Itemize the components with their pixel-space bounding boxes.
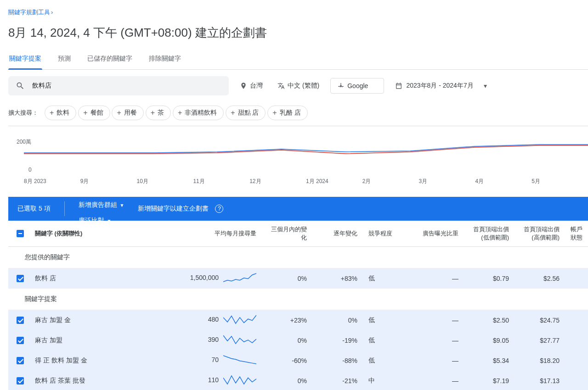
cell-yoy: +83% bbox=[312, 268, 363, 289]
dropdown-icon: ▼ bbox=[107, 218, 112, 223]
cell-3m: 0% bbox=[262, 268, 312, 289]
select-all-checkbox[interactable] bbox=[17, 230, 24, 237]
cell-bid-hi: $18.20 bbox=[514, 351, 565, 371]
cell-yoy: -88% bbox=[312, 351, 363, 371]
broaden-pill[interactable]: +非酒精飲料 bbox=[173, 106, 224, 120]
col-3month[interactable]: 三個月內的變化 bbox=[262, 221, 312, 247]
plus-icon: + bbox=[151, 109, 155, 117]
selection-toolbar: 已選取 5 項 企劃書 ▼新增廣告群組 ▼廣泛比對 ▼ 新增關鍵字以建立企劃書 … bbox=[8, 197, 588, 221]
row-checkbox[interactable] bbox=[17, 377, 24, 384]
language-filter[interactable]: 中文 (繁體) bbox=[274, 79, 323, 93]
breadcrumb[interactable]: 關鍵字規劃工具› bbox=[8, 8, 588, 17]
plus-icon: + bbox=[178, 109, 182, 117]
cell-bid-hi: $2.56 bbox=[514, 268, 565, 289]
cell-3m: 0% bbox=[262, 371, 312, 390]
broaden-pill[interactable]: +飲料 bbox=[45, 106, 76, 120]
table-row: 麻古 加盟3900%-19%低—$9.05$27.77 bbox=[8, 330, 588, 351]
col-competition[interactable]: 競爭程度 bbox=[363, 221, 413, 247]
dropdown-icon: ▼ bbox=[120, 203, 124, 208]
search-input-wrapper[interactable] bbox=[8, 76, 229, 95]
cell-bid-lo: $9.05 bbox=[464, 330, 514, 351]
col-avg[interactable]: 平均每月搜尋量 bbox=[176, 221, 262, 247]
date-range-label: 2023年8月 - 2024年7月 bbox=[406, 82, 473, 90]
page-title: 8月 14, 2024, 4 下午 (GMT+08:00) 建立的企劃書 bbox=[8, 25, 588, 41]
language-label: 中文 (繁體) bbox=[288, 82, 319, 90]
sparkline bbox=[223, 355, 256, 366]
tab-2[interactable]: 已儲存的關鍵字 bbox=[86, 50, 133, 69]
plus-icon: + bbox=[117, 109, 121, 117]
sparkline bbox=[223, 273, 256, 284]
dropdown-icon: ▾ bbox=[484, 82, 487, 89]
xaxis-label: 5月 bbox=[531, 178, 588, 185]
location-filter[interactable]: 台灣 bbox=[236, 79, 266, 93]
trend-chart bbox=[24, 138, 588, 175]
broaden-pill[interactable]: +餐館 bbox=[78, 106, 110, 120]
cell-bid-lo: $7.19 bbox=[464, 371, 514, 390]
cell-avg: 70 bbox=[176, 351, 262, 371]
toolbar-action[interactable]: 廣泛比對 ▼ bbox=[79, 217, 124, 225]
row-checkbox[interactable] bbox=[17, 317, 24, 324]
section-header: 關鍵字提案 bbox=[8, 289, 588, 310]
cell-bid-hi: $17.13 bbox=[514, 371, 565, 390]
cell-imp: — bbox=[413, 330, 464, 351]
cell-comp: 低 bbox=[363, 268, 413, 289]
col-impression[interactable]: 廣告曝光比重 bbox=[413, 221, 464, 247]
table-row: 飲料 店 茶葉 批發1100%-21%中—$7.19$17.13 bbox=[8, 371, 588, 390]
tab-1[interactable]: 預測 bbox=[57, 50, 72, 69]
cell-imp: — bbox=[413, 310, 464, 330]
cell-3m: 0% bbox=[262, 330, 312, 351]
xaxis-label: 1月 2024 bbox=[306, 178, 362, 185]
network-filter[interactable]: Google bbox=[330, 78, 384, 94]
row-checkbox[interactable] bbox=[17, 275, 24, 282]
broaden-pill[interactable]: +乳酪 店 bbox=[267, 106, 307, 120]
add-keywords-action[interactable]: 新增關鍵字以建立企劃書 bbox=[138, 205, 209, 213]
xaxis-label: 10月 bbox=[137, 178, 193, 185]
cell-avg: 480 bbox=[176, 310, 262, 330]
cell-keyword[interactable]: 得 正 飲料 加盟 金 bbox=[29, 351, 176, 371]
date-range-filter[interactable]: 2023年8月 - 2024年7月 ▾ bbox=[391, 79, 490, 93]
cell-bid-hi: $27.77 bbox=[514, 330, 565, 351]
broaden-pill[interactable]: +甜點 店 bbox=[226, 106, 266, 120]
broaden-pill[interactable]: +茶 bbox=[146, 106, 171, 120]
cell-yoy: 0% bbox=[312, 310, 363, 330]
chart-ylabel: 200萬 bbox=[17, 138, 31, 146]
xaxis-label: 11月 bbox=[193, 178, 249, 185]
cell-bid-lo: $0.79 bbox=[464, 268, 514, 289]
col-yoy[interactable]: 逐年變化 bbox=[312, 221, 363, 247]
cell-keyword[interactable]: 飲料 店 bbox=[29, 268, 176, 289]
xaxis-label: 4月 bbox=[475, 178, 531, 185]
network-icon bbox=[337, 82, 345, 89]
tab-0[interactable]: 關鍵字提案 bbox=[8, 50, 42, 69]
cell-comp: 低 bbox=[363, 351, 413, 371]
search-icon bbox=[16, 81, 25, 90]
row-checkbox[interactable] bbox=[17, 357, 24, 364]
col-bid-high[interactable]: 首頁頂端出價(高價範圍) bbox=[514, 221, 565, 247]
toolbar-action[interactable]: 新增廣告群組 ▼ bbox=[79, 201, 124, 209]
xaxis-label: 8月 2023 bbox=[24, 178, 80, 185]
cell-comp: 低 bbox=[363, 330, 413, 351]
cell-bid-lo: $2.50 bbox=[464, 310, 514, 330]
cell-keyword[interactable]: 麻古 加盟 金 bbox=[29, 310, 176, 330]
cell-3m: +23% bbox=[262, 310, 312, 330]
cell-keyword[interactable]: 飲料 店 茶葉 批發 bbox=[29, 371, 176, 390]
cell-imp: — bbox=[413, 268, 464, 289]
plus-icon: + bbox=[50, 109, 54, 117]
broaden-pill[interactable]: +用餐 bbox=[112, 106, 143, 120]
cell-keyword[interactable]: 麻古 加盟 bbox=[29, 330, 176, 351]
sparkline bbox=[223, 334, 256, 346]
xaxis-label: 12月 bbox=[249, 178, 306, 185]
calendar-icon bbox=[395, 82, 402, 89]
table-row: 麻古 加盟 金480+23%0%低—$2.50$24.75 bbox=[8, 310, 588, 330]
chart-ylabel-zero: 0 bbox=[28, 167, 32, 173]
selection-count: 已選取 5 項 bbox=[17, 205, 51, 213]
row-checkbox[interactable] bbox=[17, 337, 24, 344]
tab-3[interactable]: 排除關鍵字 bbox=[148, 50, 182, 69]
help-icon[interactable]: ? bbox=[215, 205, 223, 213]
col-bid-low[interactable]: 首頁頂端出價(低價範圍) bbox=[464, 221, 514, 247]
search-input[interactable] bbox=[32, 82, 221, 89]
broaden-label: 擴大搜尋： bbox=[8, 109, 38, 117]
cell-bid-lo: $5.34 bbox=[464, 351, 514, 371]
plus-icon: + bbox=[272, 109, 277, 117]
col-account[interactable]: 帳戶狀態 bbox=[565, 221, 588, 247]
tabs: 關鍵字提案預測已儲存的關鍵字排除關鍵字 bbox=[8, 50, 588, 70]
